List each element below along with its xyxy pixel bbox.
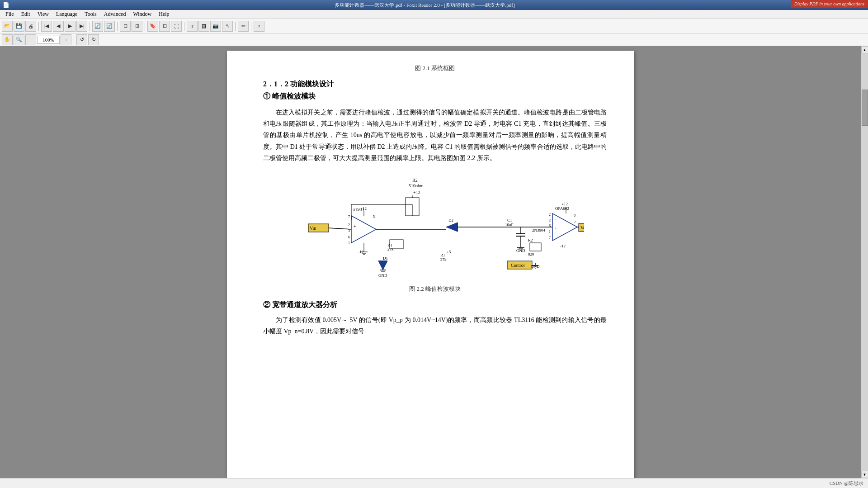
svg-text:C1: C1 (507, 218, 512, 223)
window-title: 多功能计数器——武汉大学.pdf - Foxit Reader 2.0 - [多… (9, 2, 840, 9)
svg-text:+5: +5 (447, 250, 451, 254)
save-button[interactable]: 💾 (14, 21, 24, 32)
svg-text:10uF: 10uF (505, 223, 514, 227)
scroll-track[interactable] (861, 53, 868, 471)
menu-bar: File Edit View Language Tools Advanced W… (0, 10, 868, 19)
svg-text:5: 5 (373, 215, 375, 219)
zoom-in-btn2[interactable]: + (61, 34, 71, 45)
open-button[interactable]: 📂 (2, 21, 13, 32)
svg-text:2: 2 (348, 223, 350, 227)
svg-text:R2: R2 (528, 238, 533, 242)
separator-8 (74, 35, 74, 44)
svg-text:−: − (354, 218, 356, 223)
bookmark-button[interactable]: 🔖 (147, 21, 158, 32)
print-button[interactable]: 🖨 (25, 21, 36, 32)
menu-edit[interactable]: Edit (18, 10, 34, 19)
svg-text:3: 3 (549, 218, 551, 223)
fit-width-button[interactable]: ⊞ (132, 21, 142, 32)
svg-text:+: + (555, 226, 557, 230)
text-tool-button[interactable]: T (187, 21, 198, 32)
scrollbar[interactable]: ▲ ▼ (861, 46, 868, 478)
markup-button[interactable]: ✏ (238, 21, 249, 32)
svg-text:GND: GND (378, 273, 387, 278)
menu-help[interactable]: Help (155, 10, 173, 19)
sub-title-1: ① 峰值检波模块 (263, 92, 607, 101)
separator-6 (235, 22, 236, 31)
separator-3 (117, 22, 118, 31)
pdf-area[interactable]: 图 2.1 系统框图 2．1．2 功能模块设计 ① 峰值检波模块 在进入模拟开关… (0, 46, 861, 478)
svg-text:R1: R1 (440, 253, 445, 257)
status-bar: CSDN @陈思录 (0, 478, 868, 488)
foxit-banner: Display PDF in your own applications (791, 0, 868, 8)
svg-text:+12: +12 (360, 206, 367, 211)
svg-text:+12: +12 (561, 202, 568, 206)
section-title: 2．1．2 功能模块设计 (263, 80, 607, 89)
paragraph-1: 在进入模拟开关之前，需要进行峰值检波，通过测得的信号的幅值确定模拟开关的通道。峰… (263, 107, 607, 164)
svg-text:510ohm: 510ohm (409, 183, 424, 188)
circuit-diagram: R2 510ohm +12 Vin + − AD811 7 (263, 173, 607, 281)
circuit-svg: R2 510ohm +12 Vin + − AD811 7 (286, 173, 584, 281)
scroll-up-button[interactable]: ▲ (861, 46, 868, 53)
zoom-select-button[interactable]: 🔍 (14, 34, 24, 45)
menu-file[interactable]: File (2, 10, 18, 19)
menu-tools[interactable]: Tools (81, 10, 100, 19)
svg-text:2N3904: 2N3904 (532, 228, 545, 232)
rotate-right-button[interactable]: ↻ (88, 34, 99, 45)
svg-text:+12: +12 (413, 190, 420, 195)
zoom-out-button[interactable]: 🔄 (104, 21, 115, 32)
hand-tool-button[interactable]: ✋ (2, 34, 13, 45)
image-tool-button[interactable]: 🖼 (198, 21, 209, 32)
svg-text:D2: D2 (448, 218, 453, 223)
svg-text:R2: R2 (412, 178, 418, 183)
toolbar-secondary: ✋ 🔍 − 100% + ↺ ↻ (0, 33, 868, 46)
toolbar-main: 📂 💾 🖨 |◀ ◀ ▶ ▶| 🔄 🔄 ⊟ ⊞ 🔖 ⊡ ⛶ T 🖼 📷 ↖ ✏ … (0, 19, 868, 33)
fit-page-button[interactable]: ⊟ (120, 21, 131, 32)
zoom-level[interactable]: 100% (37, 36, 60, 44)
figure-2-1-caption: 图 2.1 系统框图 (263, 64, 607, 72)
svg-text:820: 820 (528, 252, 534, 256)
menu-view[interactable]: View (34, 10, 52, 19)
menu-language[interactable]: Language (52, 10, 81, 19)
svg-text:1: 1 (549, 230, 551, 234)
scroll-thumb[interactable] (862, 90, 868, 126)
select-button[interactable]: ↖ (222, 21, 233, 32)
menu-advanced[interactable]: Advanced (100, 10, 130, 19)
prev-page-button[interactable]: ◀ (53, 21, 64, 32)
figure-2-2-caption: 图 2.2 峰值检波模块 (263, 285, 607, 293)
svg-text:−: − (555, 217, 557, 221)
svg-marker-69 (378, 261, 387, 270)
svg-text:7: 7 (348, 215, 350, 219)
svg-text:Control: Control (511, 263, 525, 268)
svg-text:8: 8 (574, 213, 576, 218)
svg-text:D1: D1 (383, 256, 388, 261)
svg-marker-30 (446, 223, 458, 232)
svg-text:OPA602: OPA602 (555, 206, 569, 211)
scroll-down-button[interactable]: ▼ (861, 471, 868, 478)
paragraph-2: 为了检测有效值 0.005V～ 5V 的信号(即 Vp_p 为 0.014V~1… (263, 314, 607, 337)
first-page-button[interactable]: |◀ (41, 21, 52, 32)
zoom-out-btn2[interactable]: − (25, 34, 36, 45)
separator-2 (90, 22, 90, 31)
section-title-2: ② 宽带通道放大器分析 (263, 300, 607, 310)
fullscreen-button[interactable]: ⛶ (171, 21, 182, 32)
separator-7 (251, 22, 251, 31)
help-button[interactable]: ? (254, 21, 264, 32)
svg-text:2: 2 (549, 213, 551, 217)
next-page-button[interactable]: ▶ (65, 21, 75, 32)
separator-1 (38, 22, 39, 31)
thumbnail-button[interactable]: ⊡ (159, 21, 170, 32)
zoom-in-button[interactable]: 🔄 (92, 21, 103, 32)
attribution: CSDN @陈思录 (830, 480, 863, 487)
menu-window[interactable]: Window (129, 10, 155, 19)
svg-text:6: 6 (348, 235, 350, 239)
svg-text:1: 1 (348, 241, 350, 245)
separator-4 (145, 22, 145, 31)
pdf-page: 图 2.1 系统框图 2．1．2 功能模块设计 ① 峰值检波模块 在进入模拟开关… (227, 51, 634, 478)
snapshot-button[interactable]: 📷 (210, 21, 221, 32)
svg-text:7: 7 (549, 236, 551, 240)
svg-rect-45 (530, 243, 541, 251)
rotate-left-button[interactable]: ↺ (76, 34, 87, 45)
svg-text:27k: 27k (440, 257, 447, 262)
last-page-button[interactable]: ▶| (76, 21, 87, 32)
svg-text:6: 6 (549, 224, 551, 228)
